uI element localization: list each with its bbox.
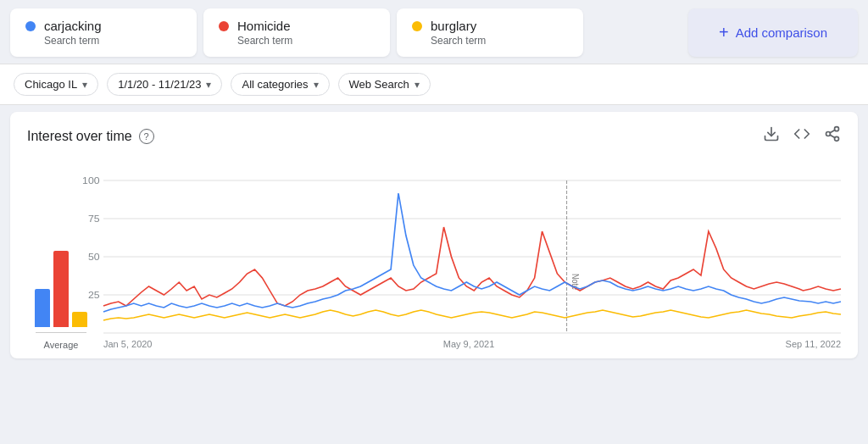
svg-text:50: 50 (88, 252, 100, 262)
search-type-chevron: ▾ (415, 79, 420, 91)
x-axis-labels: Jan 5, 2020 May 9, 2021 Sep 11, 2022 (103, 336, 841, 349)
chart-area: Average 100 75 50 25 Note (27, 155, 841, 350)
homicide-type: Search term (237, 35, 292, 47)
carjacking-line (103, 193, 841, 312)
plus-icon: + (719, 23, 729, 42)
category-chevron: ▾ (314, 79, 319, 91)
average-bars-area: Average (27, 180, 95, 350)
location-label: Chicago IL (25, 78, 77, 91)
carjacking-dot (25, 21, 36, 31)
search-type-filter[interactable]: Web Search ▾ (338, 73, 431, 96)
burglary-line (103, 310, 841, 320)
svg-line-5 (830, 130, 835, 132)
carjacking-label: carjacking (44, 19, 102, 33)
carjacking-type: Search term (44, 35, 102, 47)
chart-header: Interest over time ? (27, 125, 841, 147)
embed-icon[interactable] (793, 125, 810, 147)
chart-main: 100 75 50 25 Note Jan 5, 2020 May 9, 202… (103, 180, 841, 350)
chart-svg: 100 75 50 25 Note (103, 180, 841, 333)
search-term-carjacking[interactable]: carjacking Search term (10, 8, 197, 57)
svg-line-4 (830, 135, 835, 137)
avg-bar-homicide (53, 251, 69, 327)
filters-row: Chicago IL ▾ 1/1/20 - 11/21/23 ▾ All cat… (0, 64, 868, 105)
svg-text:25: 25 (88, 290, 100, 300)
date-range-filter[interactable]: 1/1/20 - 11/21/23 ▾ (107, 73, 222, 96)
category-filter[interactable]: All categories ▾ (231, 73, 329, 96)
search-terms-row: carjacking Search term Homicide Search t… (0, 0, 868, 64)
avg-label: Average (44, 340, 79, 350)
add-comparison-label: Add comparison (736, 25, 827, 40)
category-label: All categories (242, 78, 308, 91)
burglary-type: Search term (431, 35, 486, 47)
location-chevron: ▾ (82, 79, 87, 91)
interest-over-time-chart: Interest over time ? Average (10, 112, 858, 358)
download-icon[interactable] (763, 125, 780, 147)
svg-text:75: 75 (88, 214, 100, 224)
avg-bars (35, 202, 87, 329)
burglary-dot (412, 21, 422, 31)
add-comparison-button[interactable]: + Add comparison (688, 8, 858, 57)
x-label-2: May 9, 2021 (443, 339, 495, 349)
chart-actions (763, 125, 841, 147)
x-label-1: Jan 5, 2020 (103, 339, 153, 349)
help-icon[interactable]: ? (139, 129, 154, 144)
avg-bar-carjacking (35, 289, 50, 327)
search-term-burglary[interactable]: burglary Search term (397, 8, 583, 57)
date-range-label: 1/1/20 - 11/21/23 (118, 78, 201, 91)
chart-title: Interest over time (27, 129, 132, 144)
share-icon[interactable] (824, 125, 841, 147)
burglary-label: burglary (431, 19, 486, 33)
avg-bar-burglary (72, 312, 87, 327)
search-type-label: Web Search (349, 78, 409, 91)
homicide-dot (219, 21, 229, 31)
location-filter[interactable]: Chicago IL ▾ (14, 73, 98, 96)
date-range-chevron: ▾ (206, 79, 211, 91)
homicide-label: Homicide (237, 19, 292, 33)
search-term-homicide[interactable]: Homicide Search term (203, 8, 390, 57)
x-label-3: Sep 11, 2022 (786, 339, 841, 349)
svg-text:100: 100 (82, 175, 100, 186)
